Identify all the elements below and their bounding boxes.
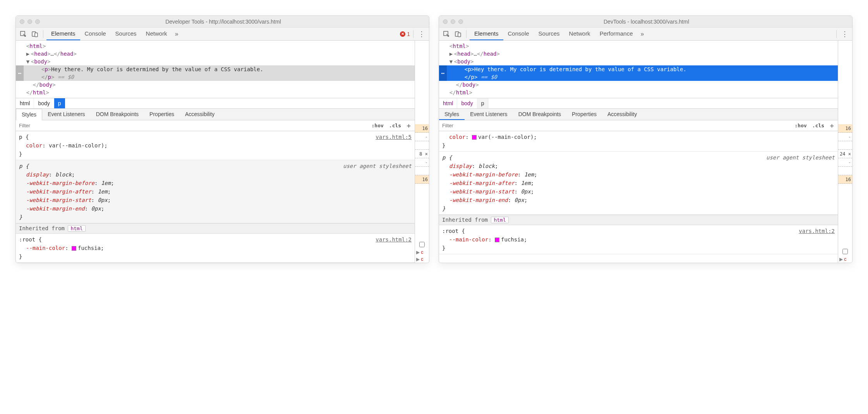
settings-menu-icon[interactable]: ⋮ (417, 30, 427, 38)
dom-node-html-close[interactable]: </html> (439, 89, 838, 96)
breadcrumb-p[interactable]: p (477, 98, 489, 108)
add-style-rule-icon[interactable]: + (828, 121, 835, 130)
css-prop-color[interactable]: color: var(--main-color); (442, 133, 835, 141)
style-rule-root[interactable]: vars.html:2 :root { --main-color: fuchsi… (16, 234, 415, 263)
dom-node-p-selected[interactable]: ⋯ <p>Hey there. My color is determined b… (16, 65, 415, 81)
css-prop-display[interactable]: display: block; (442, 162, 835, 170)
tab-performance[interactable]: Performance (595, 27, 638, 40)
add-style-rule-icon[interactable]: + (405, 121, 412, 130)
subtab-accessibility[interactable]: Accessibility (180, 109, 220, 120)
breadcrumb-html[interactable]: html (16, 98, 34, 108)
cls-toggle[interactable]: .cls (388, 123, 403, 128)
breadcrumb-html[interactable]: html (439, 98, 457, 108)
tab-elements[interactable]: Elements (46, 27, 80, 40)
rule-selector[interactable]: :root (442, 228, 458, 234)
gutter-size: 24 × (838, 150, 852, 158)
expand-arrow-icon[interactable]: ▶ c (838, 256, 852, 263)
tab-sources[interactable]: Sources (111, 27, 141, 40)
css-prop-main-color[interactable]: --main-color: fuchsia; (19, 244, 412, 252)
subtab-properties[interactable]: Properties (566, 109, 602, 120)
settings-menu-icon[interactable]: ⋮ (840, 30, 850, 38)
tab-console[interactable]: Console (80, 27, 111, 40)
subtab-styles[interactable]: Styles (439, 109, 465, 120)
cls-toggle[interactable]: .cls (811, 123, 826, 128)
breadcrumb-body[interactable]: body (34, 98, 54, 108)
css-prop-margin-after[interactable]: -webkit-margin-after: 1em; (442, 179, 835, 187)
dom-tree[interactable]: <html> ▶<head>…</head> ▼<body> ⋯ <p>Hey … (16, 41, 415, 98)
expand-arrow-icon[interactable]: ▶ c (415, 256, 429, 263)
styles-filter-input[interactable] (441, 122, 791, 129)
error-count-badge[interactable]: ✕ 1 (400, 31, 410, 37)
dom-node-html-open[interactable]: <html> (439, 42, 838, 50)
subtab-accessibility[interactable]: Accessibility (602, 109, 642, 120)
inherited-from-tag[interactable]: html (68, 225, 85, 232)
subtab-dom-breakpoints[interactable]: DOM Breakpoints (91, 109, 144, 120)
rule-selector[interactable]: :root (19, 236, 35, 243)
dom-node-body-open[interactable]: ▼<body> (16, 58, 415, 65)
tab-console[interactable]: Console (503, 27, 534, 40)
tab-network[interactable]: Network (141, 27, 172, 40)
style-rule-ua[interactable]: user agent stylesheet p { display: block… (16, 160, 415, 223)
hover-toggle[interactable]: :hov (370, 123, 385, 128)
css-prop-margin-before[interactable]: -webkit-margin-before: 1em; (19, 179, 412, 187)
subtab-event-listeners[interactable]: Event Listeners (42, 109, 91, 120)
rule-source-link[interactable]: vars.html:5 (376, 133, 412, 141)
breadcrumb-body[interactable]: body (457, 98, 477, 108)
dom-node-p-selected[interactable]: ⋯ <p>Hey there. My color is determined b… (439, 65, 838, 81)
expand-arrow-icon[interactable]: ▶ c (415, 249, 429, 256)
css-prop-color[interactable]: color: var(--main-color); (19, 141, 412, 150)
hover-toggle[interactable]: :hov (793, 123, 808, 128)
toggle-device-toolbar-icon[interactable] (453, 29, 463, 39)
style-rule-root[interactable]: vars.html:2 :root { --main-color: fuchsi… (439, 225, 838, 254)
dom-node-head[interactable]: ▶<head>…</head> (16, 50, 415, 58)
dom-tree[interactable]: <html> ▶<head>…</head> ▼<body> ⋯ <p>Hey … (439, 41, 838, 98)
style-rule-p[interactable]: vars.html:5 p { color: var(--main-color)… (16, 131, 415, 160)
gutter-size: 8 × (415, 150, 429, 158)
tab-network[interactable]: Network (564, 27, 595, 40)
main-split: <html> ▶<head>…</head> ▼<body> ⋯ <p>Hey … (439, 41, 852, 263)
css-prop-margin-end[interactable]: -webkit-margin-end: 0px; (19, 204, 412, 213)
css-prop-margin-start[interactable]: -webkit-margin-start: 0px; (442, 187, 835, 196)
css-prop-margin-start[interactable]: -webkit-margin-start: 0px; (19, 196, 412, 204)
dom-node-head[interactable]: ▶<head>…</head> (439, 50, 838, 58)
style-rule-p[interactable]: color: var(--main-color); } (439, 131, 838, 152)
tab-elements[interactable]: Elements (470, 27, 503, 40)
gutter-dash: - (415, 133, 429, 141)
color-swatch-icon[interactable] (472, 135, 477, 140)
color-swatch-icon[interactable] (72, 246, 76, 251)
css-prop-margin-after[interactable]: -webkit-margin-after: 1em; (19, 187, 412, 196)
subtab-properties[interactable]: Properties (144, 109, 180, 120)
css-prop-main-color[interactable]: --main-color: fuchsia; (442, 235, 835, 244)
inspect-element-icon[interactable] (441, 29, 451, 39)
css-prop-margin-before[interactable]: -webkit-margin-before: 1em; (442, 170, 835, 179)
dom-node-body-close[interactable]: </body> (16, 81, 415, 89)
left-pane: <html> ▶<head>…</head> ▼<body> ⋯ <p>Hey … (439, 41, 838, 263)
subtab-styles[interactable]: Styles (16, 109, 42, 120)
devtools-window-left: Developer Tools - http://localhost:3000/… (15, 15, 429, 263)
tab-sources[interactable]: Sources (534, 27, 564, 40)
subtab-dom-breakpoints[interactable]: DOM Breakpoints (513, 109, 566, 120)
subtab-event-listeners[interactable]: Event Listeners (465, 109, 513, 120)
css-prop-display[interactable]: display: block; (19, 170, 412, 179)
rule-source-link[interactable]: vars.html:2 (376, 235, 412, 244)
rule-source-link[interactable]: vars.html:2 (799, 227, 835, 235)
toggle-device-toolbar-icon[interactable] (30, 29, 40, 39)
inspect-element-icon[interactable] (18, 29, 28, 39)
dom-node-html-open[interactable]: <html> (16, 42, 415, 50)
dom-node-body-close[interactable]: </body> (439, 81, 838, 89)
rule-selector[interactable]: p (19, 134, 22, 140)
rule-enable-checkbox[interactable] (838, 247, 852, 256)
tabs-overflow-icon[interactable]: » (639, 31, 647, 38)
dom-node-body-open[interactable]: ▼<body> (439, 58, 838, 65)
rule-enable-checkbox[interactable] (415, 240, 429, 249)
dom-node-html-close[interactable]: </html> (16, 89, 415, 96)
inherited-from-tag[interactable]: html (491, 217, 508, 223)
style-rule-ua[interactable]: user agent stylesheet p { display: block… (439, 152, 838, 215)
color-swatch-icon[interactable] (495, 238, 499, 242)
css-prop-margin-end[interactable]: -webkit-margin-end: 0px; (442, 196, 835, 204)
tabs-overflow-icon[interactable]: » (173, 31, 181, 38)
styles-filter-input[interactable] (18, 122, 368, 129)
inherited-from-bar: Inherited from html (439, 215, 838, 225)
main-split: <html> ▶<head>…</head> ▼<body> ⋯ <p>Hey … (16, 41, 429, 263)
breadcrumb-p[interactable]: p (54, 98, 65, 108)
